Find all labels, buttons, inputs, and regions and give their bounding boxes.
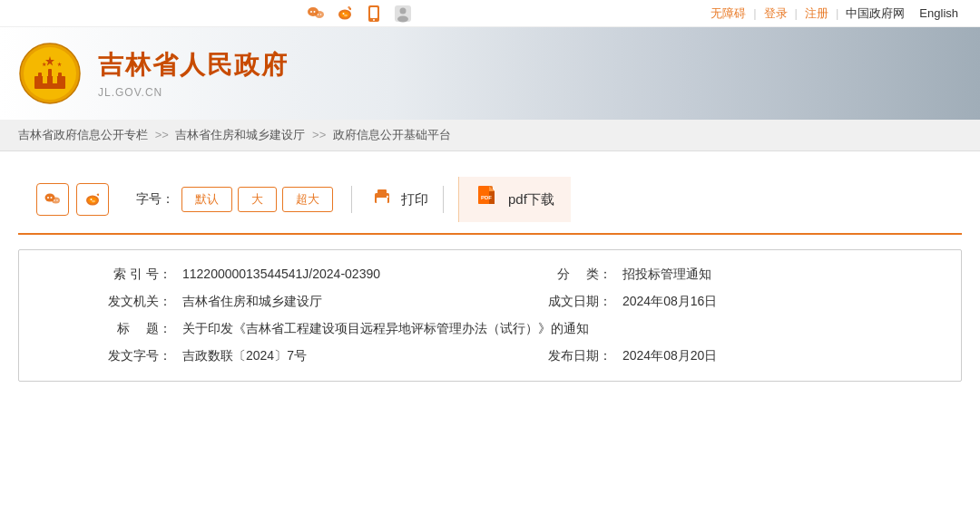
english-link[interactable]: English <box>912 6 965 20</box>
svg-point-29 <box>51 197 53 199</box>
print-icon <box>370 185 394 214</box>
svg-rect-38 <box>377 198 387 204</box>
register-link[interactable]: 注册 <box>798 5 836 22</box>
svg-point-14 <box>399 7 406 14</box>
svg-rect-21 <box>58 73 62 78</box>
breadcrumb: 吉林省政府信息公开专栏 >> 吉林省住房和城乡建设厅 >> 政府信息公开基础平台 <box>0 120 980 151</box>
svg-rect-23 <box>53 76 57 83</box>
svg-point-1 <box>310 11 312 13</box>
government-emblem <box>18 42 82 105</box>
label-fawenjiguan: 发文机关： <box>44 294 172 310</box>
top-bar: 无障碍 | 登录 | 注册 | 中国政府网 English <box>0 0 980 27</box>
label-fenlei: 分 类： <box>503 267 612 283</box>
label-fawenzihao: 发文字号： <box>44 348 172 364</box>
svg-point-30 <box>52 198 60 204</box>
pdf-section[interactable]: PDF pdf下载 <box>458 177 571 222</box>
font-size-label: 字号： <box>136 191 174 208</box>
doc-info-grid: 索 引 号： 11220000013544541J/2024-02390 分 类… <box>44 267 936 364</box>
breadcrumb-sep-1: >> <box>155 128 169 141</box>
accessibility-link[interactable]: 无障碍 <box>703 5 753 22</box>
font-xlarge-btn[interactable]: 超大 <box>282 187 333 212</box>
svg-point-5 <box>319 14 321 15</box>
pdf-label: pdf下载 <box>508 191 554 209</box>
value-chengwenriqi: 2024年08月16日 <box>619 294 936 310</box>
svg-text:PDF: PDF <box>481 195 492 200</box>
breadcrumb-item-3[interactable]: 政府信息公开基础平台 <box>333 128 451 141</box>
svg-point-15 <box>397 15 408 22</box>
pdf-icon: PDF <box>475 184 501 215</box>
person-icon[interactable] <box>393 4 413 24</box>
value-faburi: 2024年08月20日 <box>619 348 936 364</box>
toolbar-wechat-btn[interactable] <box>36 183 69 216</box>
value-fawenjiguan: 吉林省住房和城乡建设厅 <box>179 294 495 310</box>
weibo-icon[interactable] <box>335 4 355 24</box>
value-suoyinhao: 11220000013544541J/2024-02390 <box>179 267 495 283</box>
site-domain: JL.GOV.CN <box>98 86 289 99</box>
svg-point-31 <box>54 199 55 201</box>
svg-point-35 <box>91 199 93 200</box>
value-biaoti: 关于印发《吉林省工程建设项目远程异地评标管理办法（试行）》的通知 <box>179 321 936 337</box>
svg-point-9 <box>344 14 348 15</box>
svg-point-2 <box>313 11 315 13</box>
font-default-btn[interactable]: 默认 <box>181 187 232 212</box>
label-chengwenriqi: 成文日期： <box>503 294 612 310</box>
label-suoyinhao: 索 引 号： <box>44 267 172 283</box>
svg-point-8 <box>342 13 344 15</box>
svg-point-4 <box>317 14 318 15</box>
breadcrumb-item-1[interactable]: 吉林省政府信息公开专栏 <box>18 128 148 141</box>
label-biaoti: 标 题： <box>44 321 172 337</box>
value-fenlei: 招投标管理通知 <box>619 267 936 283</box>
toolbar-divider-1 <box>351 186 352 213</box>
font-large-btn[interactable]: 大 <box>238 187 277 212</box>
value-fawenzihao: 吉政数联〔2024〕7号 <box>179 348 495 364</box>
top-bar-links: 无障碍 | 登录 | 注册 | 中国政府网 English <box>703 5 965 22</box>
document-info-box: 索 引 号： 11220000013544541J/2024-02390 分 类… <box>18 249 962 382</box>
svg-rect-20 <box>48 69 52 78</box>
breadcrumb-sep-2: >> <box>312 128 326 141</box>
svg-point-40 <box>387 196 388 198</box>
toolbar-divider-2 <box>443 186 444 213</box>
print-section[interactable]: 打印 <box>370 185 428 214</box>
svg-rect-18 <box>34 76 65 89</box>
login-link[interactable]: 登录 <box>757 5 795 22</box>
svg-point-3 <box>315 11 324 18</box>
svg-rect-11 <box>370 7 377 18</box>
phone-icon[interactable] <box>364 4 384 24</box>
svg-point-28 <box>47 197 49 199</box>
wechat-icon[interactable] <box>306 4 326 24</box>
print-label: 打印 <box>401 191 428 209</box>
toolbar-weibo-btn[interactable] <box>76 183 109 216</box>
site-title: 吉林省人民政府 <box>98 48 289 82</box>
font-size-buttons: 默认 大 超大 <box>181 187 333 212</box>
svg-point-36 <box>92 200 95 202</box>
chinagovweb-link[interactable]: 中国政府网 <box>838 5 912 22</box>
toolbar-share-icons <box>36 183 109 216</box>
label-faburi: 发布日期： <box>503 348 612 364</box>
toolbar: 字号： 默认 大 超大 打印 PDF pdf下载 <box>18 166 962 235</box>
svg-rect-19 <box>38 73 42 78</box>
svg-rect-22 <box>43 76 47 83</box>
top-bar-icons <box>15 4 703 24</box>
svg-point-32 <box>56 199 58 201</box>
svg-rect-39 <box>377 189 387 195</box>
header: 吉林省人民政府 JL.GOV.CN <box>0 27 980 120</box>
breadcrumb-item-2[interactable]: 吉林省住房和城乡建设厅 <box>175 128 305 141</box>
header-title-block: 吉林省人民政府 JL.GOV.CN <box>98 48 289 99</box>
svg-point-12 <box>373 19 375 21</box>
